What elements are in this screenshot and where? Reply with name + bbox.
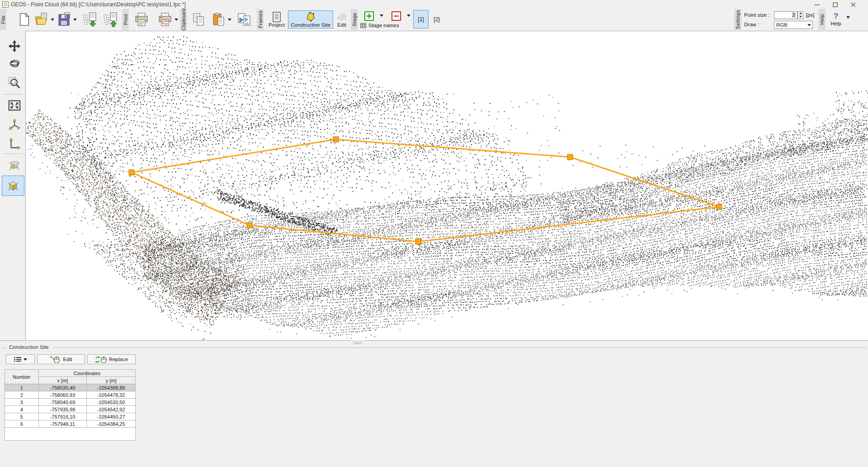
table-empty-area: [5, 428, 136, 441]
tool-perspective[interactable]: [4, 157, 24, 176]
table-cell[interactable]: -1054388,86: [87, 384, 136, 391]
print-icon: [134, 12, 149, 27]
axes-3d-icon: [8, 118, 21, 131]
replace-mouse-icon: [95, 356, 107, 363]
table-row[interactable]: 1-758030,40-1054388,86: [5, 384, 136, 391]
save-dropdown-caret[interactable]: [73, 19, 77, 23]
table-row[interactable]: 3-758040,69-1054530,50: [5, 399, 136, 406]
save-button[interactable]: [56, 10, 72, 29]
table-cell[interactable]: -1054542,92: [87, 406, 136, 413]
column-header-number: Number: [5, 370, 39, 384]
print-preview-button[interactable]: [235, 10, 253, 29]
polygon-vertex-handle[interactable]: [333, 137, 339, 142]
open-dropdown-caret[interactable]: [51, 19, 54, 23]
table-cell[interactable]: 3: [5, 399, 39, 406]
table-cell[interactable]: 5: [5, 413, 39, 420]
title-bar: GEO5 - Point Cloud (64 bit) [C:\Users\tu…: [0, 0, 868, 9]
edit-polygon-button[interactable]: Edit: [37, 354, 85, 364]
draw-combobox[interactable]: RGB: [774, 21, 813, 29]
help-dropdown-caret[interactable]: [846, 16, 850, 20]
table-row[interactable]: 5-757916,10-1054450,27: [5, 413, 136, 420]
table-cell[interactable]: -757935,98: [38, 406, 87, 413]
frame-project-button[interactable]: Project: [266, 10, 287, 29]
table-cell[interactable]: -757916,10: [38, 413, 87, 420]
rotate-icon: [8, 57, 21, 70]
polygon-vertex-handle[interactable]: [129, 170, 134, 175]
table-cell[interactable]: -757949,11: [38, 420, 87, 428]
polygon-vertex-handle[interactable]: [415, 239, 421, 244]
table-cell[interactable]: -758040,69: [38, 399, 87, 406]
export-point-cloud-icon: [103, 12, 119, 27]
stage-tab-2[interactable]: [2]: [430, 10, 443, 29]
copy-button[interactable]: [190, 10, 207, 29]
minimize-icon: [815, 2, 820, 7]
table-cell[interactable]: -1054478,32: [87, 391, 136, 399]
tool-zoom-window[interactable]: [4, 73, 24, 92]
polygon-vertex-handle[interactable]: [247, 223, 252, 228]
zoom-window-icon: [8, 76, 21, 90]
table-cell[interactable]: 1: [5, 384, 39, 391]
coordinates-table: Number Coordinates x [m] y [m] 1-758030,…: [5, 369, 136, 441]
tool-axes-2d[interactable]: [4, 134, 24, 153]
point-size-spinner[interactable]: [797, 11, 803, 19]
point-size-input[interactable]: 2: [774, 11, 797, 19]
stage-tab-1[interactable]: [1]: [413, 10, 429, 29]
paste-dropdown-caret[interactable]: [228, 19, 231, 23]
add-stage-button[interactable]: [363, 10, 375, 21]
open-file-button[interactable]: [33, 10, 50, 29]
table-cell[interactable]: -1054530,50: [87, 399, 136, 406]
spinner-down-icon[interactable]: [798, 15, 803, 18]
help-button[interactable]: ? Help: [827, 10, 844, 29]
close-button[interactable]: [845, 0, 861, 9]
table-cell[interactable]: -758060,93: [38, 391, 87, 399]
group-label-file: File: [0, 9, 6, 30]
add-stage-dropdown-caret[interactable]: [380, 14, 383, 19]
add-stage-icon: [364, 11, 374, 21]
maximize-button[interactable]: [827, 0, 843, 9]
group-label-stage: Stage: [351, 9, 358, 30]
print-dropdown-caret[interactable]: [175, 19, 178, 23]
point-cloud-viewport[interactable]: [25, 31, 868, 340]
tool-rotate[interactable]: [4, 54, 24, 73]
table-cell[interactable]: 2: [5, 391, 39, 399]
table-cell[interactable]: 4: [5, 406, 39, 413]
point-size-unit: [px]: [806, 12, 815, 18]
stage-names-button[interactable]: Stage names: [360, 22, 410, 29]
tool-pan[interactable]: [4, 37, 24, 56]
remove-stage-button[interactable]: [390, 10, 402, 21]
table-cell[interactable]: -758030,40: [38, 384, 87, 391]
import-point-cloud-button[interactable]: [80, 10, 99, 29]
group-label-settings: Settings: [734, 9, 741, 30]
draw-value: RGB: [776, 22, 788, 28]
polygon-vertex-handle[interactable]: [717, 204, 722, 210]
frame-edit-button[interactable]: Edit: [334, 10, 349, 29]
point-size-value: 2: [792, 12, 796, 18]
minimize-button[interactable]: [809, 0, 825, 9]
table-cell[interactable]: -1054384,25: [87, 420, 136, 428]
tool-axes-3d[interactable]: [4, 115, 24, 134]
panel-splitter-grip[interactable]: [350, 340, 365, 344]
list-menu-button[interactable]: [6, 354, 35, 364]
table-cell[interactable]: -1054450,27: [87, 413, 136, 420]
table-row[interactable]: 2-758060,93-1054478,32: [5, 391, 136, 399]
panel-frame-header: Construction Site: [0, 344, 868, 351]
spinner-up-icon[interactable]: [798, 12, 803, 15]
print-button[interactable]: [133, 10, 150, 29]
print-log-button[interactable]: [156, 10, 174, 29]
point-size-label: Point size :: [744, 12, 769, 18]
polygon-vertex-handle[interactable]: [567, 154, 573, 160]
replace-polygon-button[interactable]: Replace: [87, 354, 136, 364]
table-row[interactable]: 6-757949,11-1054384,25: [5, 420, 136, 428]
frame-construction-site-button[interactable]: Construction Site: [288, 10, 333, 29]
tool-axonometry[interactable]: [2, 176, 24, 196]
geo5-window: GEO5 - Point Cloud (64 bit) [C:\Users\tu…: [0, 0, 868, 467]
new-file-button[interactable]: [15, 10, 33, 29]
table-cell[interactable]: 6: [5, 420, 39, 428]
remove-stage-dropdown-caret[interactable]: [407, 14, 410, 19]
paste-button[interactable]: [211, 10, 227, 29]
construction-site-polygon: [26, 31, 868, 340]
export-point-cloud-button[interactable]: [101, 10, 120, 29]
tool-fit-to-screen[interactable]: [4, 96, 24, 115]
stage-tab-2-label: [2]: [434, 16, 439, 23]
table-row[interactable]: 4-757935,98-1054542,92: [5, 406, 136, 413]
